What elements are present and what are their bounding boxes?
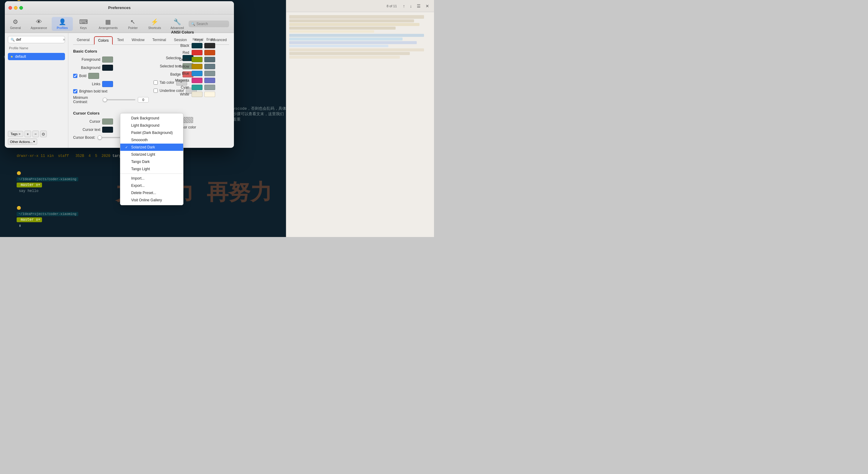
basic-colors-title: Basic Colors [73, 49, 149, 54]
check-icon: ✓ [125, 145, 129, 149]
shortcuts-icon: ⚡ [151, 18, 158, 25]
toolbar-item-profiles[interactable]: 👤 Profiles [52, 17, 73, 31]
ansi-row-yellow: Yellow [171, 64, 225, 69]
toolbar-item-keys[interactable]: ⌨ Keys [73, 17, 94, 31]
next-page-button[interactable]: ↓ [409, 3, 413, 9]
ansi-bright-red[interactable] [204, 50, 215, 55]
ansi-label: Yellow [171, 64, 192, 69]
ansi-row-black: Black [171, 43, 225, 48]
main-content: 🔍 ✕ Profile Name ★ default Tags > + − ⊙ … [5, 33, 234, 148]
contrast-slider-thumb[interactable] [103, 98, 107, 102]
ansi-normal-green[interactable] [192, 57, 203, 62]
search-icon-small: 🔍 [10, 38, 15, 42]
menu-item-solarized-dark[interactable]: ✓ Solarized Dark [120, 144, 183, 151]
tab-color-checkbox[interactable] [154, 81, 158, 85]
profile-item-default[interactable]: ★ default [8, 53, 65, 60]
foreground-swatch[interactable] [102, 57, 113, 63]
menu-item-delete-preset[interactable]: Delete Preset... [120, 189, 183, 197]
tab-terminal[interactable]: Terminal [149, 36, 169, 45]
ansi-normal-red[interactable] [192, 50, 203, 55]
menu-item-dark-bg[interactable]: Dark Background [120, 115, 183, 122]
ansi-normal-blue[interactable] [192, 71, 203, 76]
ansi-bright-green[interactable] [204, 57, 215, 62]
ansi-bright-yellow[interactable] [204, 64, 215, 69]
menu-item-tango-dark[interactable]: Tango Dark [120, 158, 183, 165]
toolbar-item-shortcuts[interactable]: ⚡ Shortcuts [144, 17, 166, 31]
add-profile-button[interactable]: + [25, 130, 31, 137]
contrast-slider-track [103, 99, 135, 100]
tab-window[interactable]: Window [128, 36, 148, 45]
remove-profile-button[interactable]: − [32, 130, 39, 137]
ansi-bright-cyan[interactable] [204, 85, 215, 90]
ansi-bright-white[interactable] [204, 92, 215, 97]
contrast-value-input[interactable] [138, 97, 149, 102]
toolbar-label-pointer: Pointer [128, 26, 138, 30]
menu-item-tango-light[interactable]: Tango Light [120, 165, 183, 173]
bold-checkbox[interactable] [73, 74, 78, 78]
toolbar-search: 🔍 [189, 21, 229, 27]
bold-swatch[interactable] [88, 73, 99, 79]
menu-item-pastel[interactable]: Pastel (Dark Background) [120, 129, 183, 136]
cursor-swatch[interactable] [102, 119, 113, 124]
view-options-button[interactable]: ☰ [415, 3, 422, 9]
brighten-bold-row: Brighten bold text [73, 89, 149, 93]
ansi-normal-black[interactable] [192, 43, 203, 48]
menu-item-solarized-light[interactable]: Solarized Light [120, 151, 183, 158]
ansi-label: Blue [171, 71, 192, 76]
sidebar-bottom: Tags > + − ⊙ Other Actions... ▾ [8, 130, 65, 145]
toolbar-item-appearance[interactable]: 👁 Appearance [26, 17, 52, 31]
background-label: Background [73, 66, 100, 70]
toolbar-label-profiles: Profiles [57, 26, 68, 30]
toolbar-item-arrangements[interactable]: ▦ Arrangements [94, 17, 122, 31]
menu-item-smooooth[interactable]: Smooooth [120, 136, 183, 144]
underline-color-checkbox[interactable] [154, 89, 158, 93]
close-panel-button[interactable]: ✕ [424, 3, 430, 9]
cursor-label: Cursor [73, 119, 100, 124]
ansi-bright-black[interactable] [204, 43, 215, 48]
toolbar-item-pointer[interactable]: ↖ Pointer [122, 17, 144, 31]
ansi-bright-magenta[interactable] [204, 78, 215, 83]
search-input[interactable] [196, 22, 227, 26]
right-panel: 8 of 11 ↑ ↓ ☰ ✕ [286, 0, 434, 237]
menu-item-label: Pastel (Dark Background) [131, 130, 173, 135]
tab-general[interactable]: General [73, 36, 93, 45]
menu-item-visit-gallery[interactable]: Visit Online Gallery [120, 197, 183, 204]
menu-item-import[interactable]: Import... [120, 175, 183, 182]
tab-colors[interactable]: Colors [94, 36, 113, 45]
clear-search-icon[interactable]: ✕ [63, 38, 65, 42]
ansi-bright-blue[interactable] [204, 71, 215, 76]
profile-search-input[interactable] [16, 37, 61, 42]
prev-page-button[interactable]: ↑ [402, 3, 406, 9]
tab-text[interactable]: Text [113, 36, 127, 45]
maximize-button[interactable] [19, 6, 23, 10]
ansi-normal-magenta[interactable] [192, 78, 203, 83]
ansi-normal-cyan[interactable] [192, 85, 203, 90]
profile-list-header: Profile Name [8, 46, 65, 51]
arrangements-icon: ▦ [105, 18, 111, 25]
menu-item-label: Tango Light [131, 167, 150, 171]
menu-item-export[interactable]: Export... [120, 182, 183, 189]
menu-item-label: Light Background [131, 123, 159, 127]
ansi-normal-yellow[interactable] [192, 64, 203, 69]
toolbar-label-shortcuts: Shortcuts [148, 26, 161, 30]
other-actions-button[interactable]: Other Actions... ▾ [8, 139, 37, 145]
other-icon-button[interactable]: ⊙ [40, 130, 47, 137]
brighten-bold-label: Brighten bold text [79, 89, 107, 93]
cursor-boost-label: Cursor Boost: [73, 136, 95, 140]
ansi-normal-white[interactable] [192, 92, 203, 97]
menu-item-light-bg[interactable]: Light Background [120, 122, 183, 129]
brighten-bold-checkbox[interactable] [73, 89, 78, 93]
toolbar-item-general[interactable]: ⚙ General [5, 17, 26, 31]
cursor-text-swatch[interactable] [102, 127, 113, 133]
cursor-boost-slider-thumb[interactable] [98, 136, 102, 140]
cursor-guide-swatch[interactable] [182, 117, 193, 123]
menu-separator [120, 174, 183, 174]
right-panel-toolbar: 8 of 11 ↑ ↓ ☰ ✕ [286, 0, 434, 12]
advanced-icon: 🔧 [174, 18, 181, 25]
traffic-lights [8, 6, 23, 10]
close-button[interactable] [8, 6, 12, 10]
tags-button[interactable]: Tags > [8, 131, 23, 137]
links-swatch[interactable] [102, 81, 113, 87]
background-swatch[interactable] [102, 65, 113, 71]
minimize-button[interactable] [14, 6, 18, 10]
